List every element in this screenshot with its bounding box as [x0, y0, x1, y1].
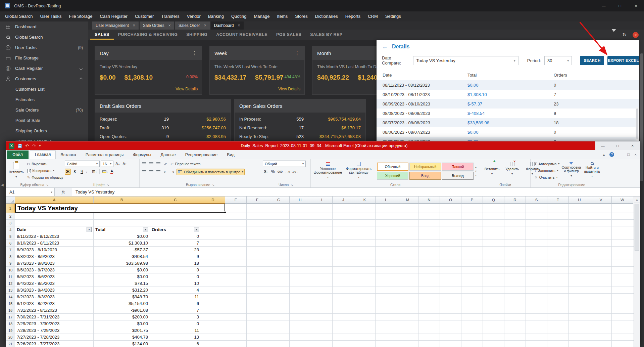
date-cell[interactable]: 8/1/2023 - 8/2/2023	[15, 300, 94, 307]
grid-area[interactable]	[225, 307, 640, 313]
date-cell[interactable]: 7/30/2023 - 7/31/2023	[15, 314, 94, 320]
subtab-account-receivable[interactable]: ACCOUNT RECEIVABLE	[212, 30, 272, 40]
row-header[interactable]: 21	[6, 341, 15, 347]
column-header[interactable]: S	[526, 197, 547, 204]
close-tab-icon[interactable]	[204, 23, 206, 28]
date-cell[interactable]: 7/31/2023 - 8/1/2023	[15, 307, 94, 313]
orders-cell[interactable]: 0	[150, 273, 201, 280]
date-cell[interactable]: 8/5/2023 - 8/6/2023	[15, 273, 94, 280]
total-cell[interactable]: $5,154.00	[94, 300, 150, 307]
empty-cell[interactable]	[201, 307, 225, 313]
column-header[interactable]: G	[268, 197, 290, 204]
empty-cell[interactable]	[94, 220, 150, 226]
name-box[interactable]: A1	[6, 188, 55, 196]
copy-button[interactable]: Копировать	[26, 167, 64, 174]
filter-icon[interactable]	[611, 32, 616, 38]
comma-format-button[interactable]: 000	[277, 169, 283, 175]
underline-button[interactable]: Ч	[79, 169, 85, 175]
subtab-pos-sales[interactable]: POS SALES	[272, 30, 306, 40]
style-output[interactable]: Вывод	[442, 172, 474, 180]
grid-area[interactable]	[225, 327, 640, 334]
total-cell[interactable]: $33,589.98	[94, 260, 150, 266]
select-all-corner[interactable]	[6, 197, 15, 204]
shrink-font-icon[interactable]: А	[121, 161, 128, 167]
export-excel-button[interactable]: EXPORT EXCEL	[607, 56, 639, 65]
decrease-decimal-icon[interactable]	[292, 169, 299, 175]
grid-area[interactable]	[225, 240, 640, 246]
empty-cell[interactable]	[201, 220, 225, 226]
tab-user-management[interactable]: User Management	[92, 21, 139, 30]
empty-cell[interactable]	[201, 267, 225, 273]
decrease-indent-icon[interactable]	[162, 169, 168, 175]
tab-dashboard[interactable]: Dashboard	[211, 21, 244, 30]
total-cell[interactable]: $0.00	[94, 320, 150, 327]
empty-cell[interactable]	[201, 213, 225, 219]
menu-item[interactable]: Quoting	[228, 11, 250, 21]
ribbon-tab-review[interactable]: Рецензирование	[181, 151, 222, 159]
empty-cell[interactable]	[201, 320, 225, 327]
sidebar-item-estimates[interactable]: Estimates	[0, 94, 88, 105]
fill-button[interactable]: Заполнить	[534, 167, 560, 174]
close-tab-icon[interactable]	[168, 23, 171, 28]
orders-cell[interactable]: 11	[150, 294, 201, 300]
column-header[interactable]: R	[504, 197, 526, 204]
grid-area[interactable]	[225, 204, 640, 213]
excel-close-icon[interactable]	[625, 141, 640, 150]
conditional-formatting-button[interactable]: Условное форматирование	[312, 161, 343, 182]
table-row[interactable]: 08/10/2023 - 08/11/2023 $1,308.10 7	[377, 90, 639, 99]
date-cell[interactable]: 7/27/2023 - 7/28/2023	[15, 334, 94, 340]
align-middle-icon[interactable]	[148, 161, 154, 167]
subtab-purchasing[interactable]: PURCHASING & RECEIVING	[114, 30, 182, 40]
font-size-select[interactable]: 16	[101, 161, 113, 167]
format-as-table-button[interactable]: Форматировать как таблицу	[343, 161, 374, 182]
gallery-down-icon[interactable]	[475, 170, 477, 173]
delete-cells-button[interactable]: Удалить	[502, 161, 522, 182]
format-painter-button[interactable]: Формат по образцу	[26, 174, 64, 180]
date-cell[interactable]: 8/11/2023 - 8/12/2023	[15, 233, 94, 240]
column-header[interactable]: F	[247, 197, 268, 204]
subtab-sales[interactable]: SALES	[90, 30, 114, 40]
scroll-up-icon[interactable]	[634, 197, 640, 203]
ribbon-tab-home[interactable]: Главная	[30, 150, 56, 159]
sidebar-item-user-tasks[interactable]: User Tasks (9)	[0, 42, 88, 53]
column-header[interactable]: M	[397, 197, 418, 204]
column-header[interactable]: L	[376, 197, 397, 204]
empty-cell[interactable]	[201, 294, 225, 300]
increase-decimal-icon[interactable]	[284, 169, 291, 175]
ribbon-tab-insert[interactable]: Вставка	[56, 151, 81, 159]
column-header[interactable]: B	[94, 197, 150, 204]
menu-item[interactable]: Settings	[382, 11, 405, 21]
date-cell[interactable]: 8/8/2023 - 8/9/2023	[15, 253, 94, 260]
column-header[interactable]: N	[418, 197, 440, 204]
row-header[interactable]: 1	[6, 204, 15, 213]
orders-cell[interactable]: 7	[150, 240, 201, 246]
column-header[interactable]: J	[333, 197, 354, 204]
sidebar-item-global-search[interactable]: Global Search	[0, 32, 88, 42]
card-menu-icon[interactable]	[192, 50, 197, 56]
workbook-close-icon[interactable]	[635, 153, 637, 157]
tab-sales-order[interactable]: Sales Order	[175, 21, 210, 30]
column-header[interactable]: D	[201, 197, 225, 204]
column-header[interactable]: P	[461, 197, 483, 204]
collapse-sidebar-icon[interactable]: ◀	[1, 183, 4, 187]
orders-cell[interactable]: 23	[150, 247, 201, 253]
total-cell[interactable]: $948.70	[94, 294, 150, 300]
insert-cells-button[interactable]: Вставить	[482, 161, 502, 182]
total-cell[interactable]: $404.78	[94, 334, 150, 340]
menu-item[interactable]: Manage	[250, 11, 273, 21]
row-header[interactable]: 14	[6, 294, 15, 300]
header-cell-date[interactable]: Date	[15, 226, 94, 233]
sidebar-item-cash-register[interactable]: Cash Register	[0, 63, 88, 74]
percent-format-button[interactable]: %	[270, 169, 276, 175]
total-cell[interactable]: $0.00	[94, 267, 150, 273]
total-cell[interactable]: $1,308.10	[94, 240, 150, 246]
empty-cell[interactable]	[201, 233, 225, 240]
vertical-scrollbar[interactable]	[634, 197, 640, 347]
align-bottom-icon[interactable]	[155, 161, 161, 167]
excel-maximize-icon[interactable]	[610, 141, 625, 150]
menu-item[interactable]: Banking	[204, 11, 228, 21]
customize-qat-icon[interactable]	[39, 144, 41, 147]
grid-area[interactable]	[225, 213, 640, 219]
selected-cell-a1[interactable]: Today VS Yesterday	[15, 204, 225, 213]
align-center-icon[interactable]	[148, 169, 154, 175]
